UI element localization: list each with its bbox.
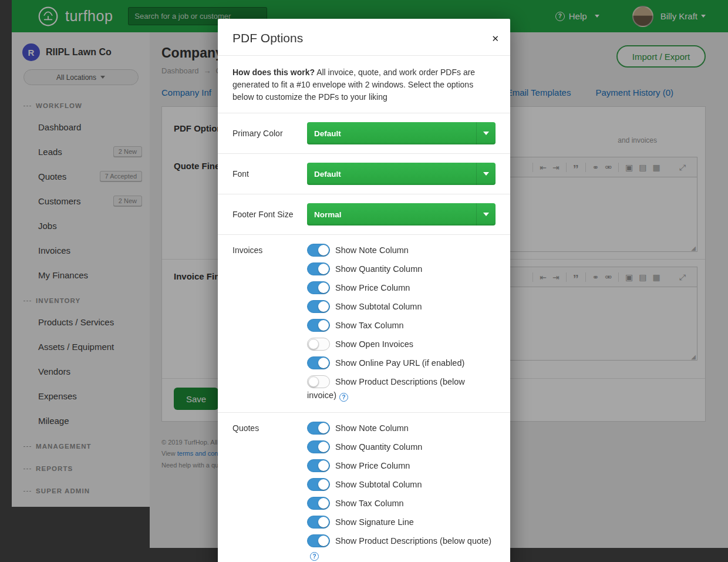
toggle-row: Show Tax Column xyxy=(307,319,496,332)
footer-font-size-select[interactable]: Normal xyxy=(307,203,496,226)
toggle-invoice-product-descriptions[interactable] xyxy=(307,375,330,388)
toggle-online-pay-url[interactable] xyxy=(307,356,330,369)
invoices-label: Invoices xyxy=(232,244,307,403)
help-icon[interactable]: ? xyxy=(339,393,348,402)
modal-header: PDF Options ✕ xyxy=(218,19,510,55)
toggle-show-open-invoices[interactable] xyxy=(307,338,330,351)
primary-color-row: Primary Color Default xyxy=(218,113,510,153)
toggle-row: Show Price Column xyxy=(307,281,496,295)
toggle-row: Show Subtotal Column xyxy=(307,300,496,314)
toggle-row: Show Online Pay URL (if enabled) xyxy=(307,356,496,370)
chevron-down-icon xyxy=(476,122,496,144)
toggle-quote-note-column[interactable] xyxy=(307,422,330,435)
toggle-row: Show Product Descriptions (below invoice… xyxy=(307,375,496,402)
modal-intro: How does this work? All invoice, quote, … xyxy=(218,55,510,113)
pdf-options-modal: PDF Options ✕ How does this work? All in… xyxy=(218,19,510,562)
font-label: Font xyxy=(232,163,307,185)
toggle-invoice-note-column[interactable] xyxy=(307,244,330,257)
toggle-row: Show Quantity Column xyxy=(307,263,496,276)
toggle-row: Show Subtotal Column xyxy=(307,478,496,492)
footer-font-size-row: Footer Font Size Normal xyxy=(218,194,510,234)
toggle-quote-price-column[interactable] xyxy=(307,459,330,472)
modal-title: PDF Options xyxy=(232,31,303,45)
toggle-row: Show Product Descriptions (below quote)? xyxy=(307,534,496,561)
toggle-row: Show Note Column xyxy=(307,244,496,257)
toggle-invoice-price-column[interactable] xyxy=(307,281,330,294)
toggle-row: Show Note Column xyxy=(307,422,496,435)
intro-bold: How does this work? xyxy=(232,68,315,77)
quotes-label: Quotes xyxy=(232,422,307,562)
footer-font-size-label: Footer Font Size xyxy=(232,203,300,226)
toggle-row: Show Price Column xyxy=(307,459,496,473)
toggle-signature-line[interactable] xyxy=(307,516,330,529)
invoices-toggles: Show Note Column Show Quantity Column Sh… xyxy=(307,244,496,403)
toggle-invoice-tax-column[interactable] xyxy=(307,319,330,332)
quotes-row: Quotes Show Note Column Show Quantity Co… xyxy=(218,412,510,562)
close-icon[interactable]: ✕ xyxy=(491,34,499,43)
toggle-row: Show Signature Line xyxy=(307,516,496,529)
invoices-row: Invoices Show Note Column Show Quantity … xyxy=(218,234,510,412)
font-row: Font Default xyxy=(218,153,510,194)
chevron-down-icon xyxy=(476,163,496,185)
font-select[interactable]: Default xyxy=(307,163,496,185)
toggle-quote-tax-column[interactable] xyxy=(307,497,330,510)
primary-color-label: Primary Color xyxy=(232,122,307,144)
quotes-toggles: Show Note Column Show Quantity Column Sh… xyxy=(307,422,496,562)
toggle-invoice-subtotal-column[interactable] xyxy=(307,300,330,313)
primary-color-select[interactable]: Default xyxy=(307,122,496,144)
help-icon[interactable]: ? xyxy=(310,552,319,561)
toggle-row: Show Open Invoices xyxy=(307,338,496,351)
toggle-quote-quantity-column[interactable] xyxy=(307,440,330,453)
toggle-quote-subtotal-column[interactable] xyxy=(307,478,330,491)
toggle-row: Show Tax Column xyxy=(307,497,496,510)
toggle-invoice-quantity-column[interactable] xyxy=(307,263,330,275)
toggle-row: Show Quantity Column xyxy=(307,440,496,454)
chevron-down-icon xyxy=(476,203,496,226)
toggle-quote-product-descriptions[interactable] xyxy=(307,534,330,547)
